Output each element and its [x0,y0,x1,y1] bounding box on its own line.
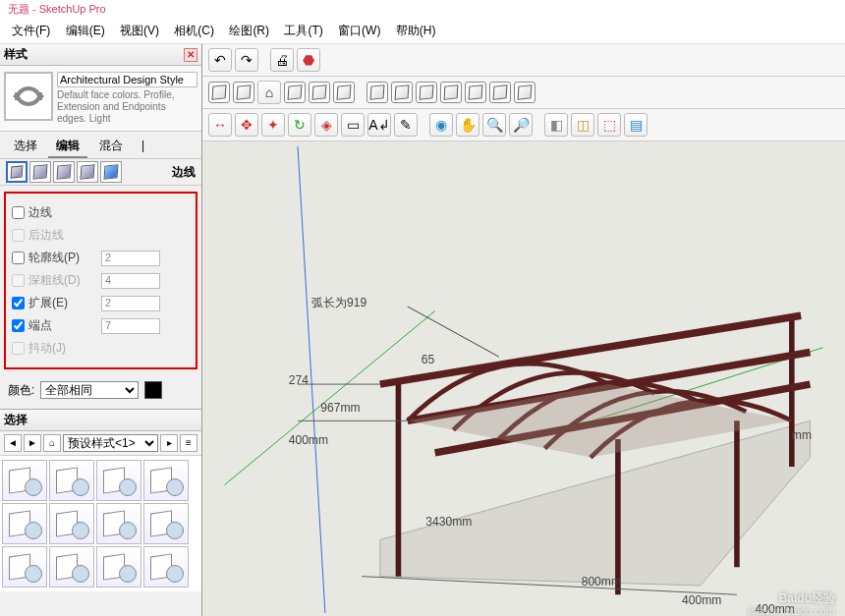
depth-cue-value[interactable]: 4 [101,273,160,289]
menu-tools[interactable]: 工具(T) [278,21,328,41]
watermark-settings-icon[interactable] [77,161,98,183]
print-icon[interactable]: 🖨 [270,48,294,72]
select-icon[interactable]: ↔ [208,113,232,137]
shaded-textures-icon[interactable] [465,82,486,103]
tab-mix[interactable]: 混合 [91,136,131,156]
warehouse-icon[interactable]: ⬚ [597,113,621,137]
dim-800: 800mm [582,575,621,588]
style-thumb[interactable] [96,503,141,544]
endpoints-checkbox[interactable] [12,319,25,332]
extension-checkbox[interactable] [12,297,25,309]
dim-967: 967mm [320,401,360,415]
dim-274: 274 [289,373,309,387]
profiles-checkbox[interactable] [12,252,25,264]
left-view-icon[interactable] [333,82,355,103]
preset-select[interactable]: 预设样式<1> [63,434,158,452]
menu-edit[interactable]: 编辑(E) [60,21,111,41]
menu-view[interactable]: 视图(V) [114,21,165,41]
face-settings-icon[interactable] [29,161,51,183]
line-icon[interactable]: ▭ [341,113,365,137]
nav-fwd-icon[interactable]: ► [24,434,41,452]
style-icon[interactable] [514,82,535,103]
offset-icon[interactable]: ◈ [314,113,338,137]
orbit-icon[interactable]: ◉ [429,113,453,137]
style-thumb[interactable] [2,460,47,501]
text-icon[interactable]: A↲ [367,113,391,137]
tab-edit[interactable]: 编辑 [48,136,87,158]
nav-back-icon[interactable]: ◄ [4,434,22,452]
toolbars: ↶ ↷ 🖨 ⬣ ⌂ [202,44,845,141]
style-thumb[interactable] [2,503,47,544]
dim-right: mm [792,428,812,442]
style-thumb[interactable] [49,460,94,501]
hidden-line-icon[interactable] [416,82,437,103]
extension-value[interactable]: 2 [101,296,160,311]
style-tabs: 选择 编辑 混合 | [0,132,201,158]
watermark-brand: Baidu经验 [779,591,835,605]
front-view-icon[interactable]: ⌂ [257,81,281,104]
left-panel: 样式 ✕ Architectural Design Style Default … [0,44,202,616]
zoom-ext-icon[interactable]: 🔎 [509,113,533,137]
layers-icon[interactable]: ◫ [571,113,594,137]
profiles-value[interactable]: 2 [101,251,160,266]
close-icon[interactable]: ✕ [184,48,197,62]
menu-icon[interactable]: ≡ [180,434,197,452]
undo-icon[interactable]: ↶ [208,48,232,72]
viewport[interactable]: ↶ ↷ 🖨 ⬣ ⌂ [202,44,845,616]
edge-settings-icons [6,161,122,183]
menu-help[interactable]: 帮助(H) [390,21,442,41]
shaded-icon[interactable] [440,82,462,103]
styles-panel-title: 样式 [4,46,28,63]
background-settings-icon[interactable] [53,161,75,183]
edges-label: 边线 [28,204,52,221]
rotate-icon[interactable]: ✦ [261,113,285,137]
profiles-label: 轮廓线(P) [28,250,80,266]
edges-checkbox[interactable] [12,206,25,219]
color-mode-select[interactable]: 全部相同 [40,381,139,399]
style-thumb[interactable] [49,503,94,544]
menu-file[interactable]: 文件(F) [6,21,56,41]
style-thumb[interactable] [96,546,141,588]
redo-icon[interactable]: ↷ [235,48,258,72]
right-view-icon[interactable] [284,82,306,103]
style-name-field[interactable]: Architectural Design Style [57,72,197,87]
style-thumb[interactable] [143,546,189,588]
section-icon[interactable]: ◧ [544,113,568,137]
modeling-settings-icon[interactable] [100,161,122,183]
style-thumb[interactable] [143,503,189,544]
color-label: 颜色: [8,382,34,399]
tab-select[interactable]: 选择 [6,136,45,156]
menu-camera[interactable]: 相机(C) [168,21,220,41]
zoom-icon[interactable]: 🔍 [482,113,506,137]
jitter-checkbox [12,342,25,355]
model-info-icon[interactable]: ⬣ [297,48,320,72]
wireframe-icon[interactable] [391,82,413,103]
style-thumb[interactable] [2,546,47,588]
pan-icon[interactable]: ✋ [456,113,479,137]
endpoints-value[interactable]: 7 [101,318,160,334]
menu-window[interactable]: 窗口(W) [332,21,386,41]
style-thumb[interactable] [49,546,94,588]
back-view-icon[interactable] [309,82,330,103]
monochrome-icon[interactable] [489,82,511,103]
move-icon[interactable]: ✥ [235,113,258,137]
color-swatch[interactable] [144,381,162,399]
style-thumbnail[interactable] [4,72,53,121]
style-thumb[interactable] [96,460,141,501]
xray-icon[interactable] [366,82,388,103]
menu-draw[interactable]: 绘图(R) [223,21,275,41]
back-edges-label: 后边线 [28,227,64,244]
extension-label: 扩展(E) [28,295,68,311]
tab-sep: | [134,137,152,154]
watermark-url: jingyan.baidu.com [748,606,835,616]
iso-view-icon[interactable] [208,82,230,103]
home-icon[interactable]: ⌂ [43,434,61,452]
edge-settings-icon[interactable] [6,161,28,183]
style-thumb[interactable] [143,460,189,501]
extensions-icon[interactable]: ▤ [624,113,648,137]
details-icon[interactable]: ▸ [160,434,178,452]
menubar: 文件(F) 编辑(E) 视图(V) 相机(C) 绘图(R) 工具(T) 窗口(W… [0,19,845,44]
scale-icon[interactable]: ↻ [288,113,311,137]
dimension-icon[interactable]: ✎ [394,113,418,137]
top-view-icon[interactable] [233,82,254,103]
